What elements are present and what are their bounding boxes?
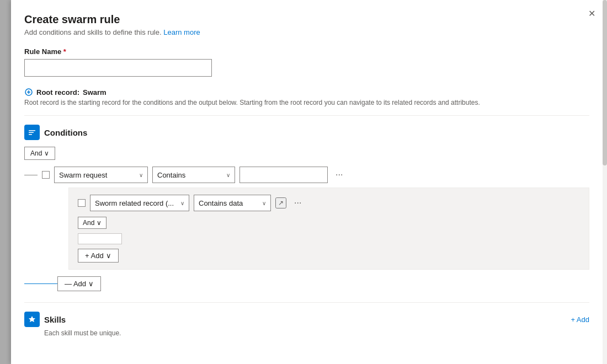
conditions-icon [24,125,40,140]
skills-subtitle: Each skill must be unique. [44,329,589,337]
subtitle-text: Add conditions and skills to define this… [24,28,162,36]
scrollbar-thumb[interactable] [603,0,607,165]
divider-1 [24,115,589,116]
skills-section: Skills + Add Each skill must be unique. [24,302,589,337]
svg-rect-3 [29,134,32,135]
modal-overlay: ✕ Create swarm rule Add conditions and s… [0,0,607,364]
condition-value-input-1[interactable] [239,167,328,183]
sub-condition-expand-icon[interactable]: ↗ [275,197,286,208]
sub-and-button[interactable]: And ∨ [78,217,107,229]
root-record-name: Swarm [83,88,107,97]
skills-header-left: Skills [24,312,66,327]
condition-field-dropdown-1[interactable]: Swarm request ∨ [54,167,148,183]
root-record-description: Root record is the starting record for t… [24,99,589,106]
rule-name-input[interactable] [24,59,212,77]
conditions-section-header: Conditions [24,125,589,140]
root-record-prefix: Root record: [36,88,79,97]
sub-condition-block: Sworm related record (... ∨ Contains dat… [68,188,589,270]
sub-condition-field-dropdown[interactable]: Sworm related record (... ∨ [90,195,189,211]
conditions-section-title: Conditions [44,128,87,137]
root-record-section: Root record: Swarm Root record is the st… [24,88,589,106]
modal-title: Create swarm rule [24,13,589,26]
close-button[interactable]: ✕ [585,7,598,20]
svg-rect-1 [29,130,35,131]
learn-more-link[interactable]: Learn more [163,28,200,36]
sub-condition-row-1: Sworm related record (... ∨ Contains dat… [78,195,580,211]
sub-condition-ellipsis[interactable]: ··· [291,197,305,209]
root-record-label: Root record: Swarm [24,88,589,97]
add-skill-button[interactable]: + Add [571,315,589,324]
add-condition-button[interactable]: — Add ∨ [57,276,101,291]
sub-condition-checkbox[interactable] [78,199,86,207]
skills-section-title: Skills [44,315,66,324]
add-condition-line [24,283,57,284]
condition-row-1: Swarm request ∨ Contains ∨ ··· [24,167,589,183]
condition-checkbox-1[interactable] [42,171,50,179]
sub-condition-operator-dropdown[interactable]: Contains data ∨ [194,195,271,211]
and-button[interactable]: And ∨ [24,147,55,160]
scrollbar-track [603,0,607,364]
modal-panel: ✕ Create swarm rule Add conditions and s… [11,0,607,364]
add-sub-condition-button[interactable]: + Add ∨ [78,249,119,263]
root-record-icon [24,88,33,97]
condition-operator-dropdown-1[interactable]: Contains ∨ [152,167,235,183]
dash-line-1 [24,175,38,175]
modal-subtitle: Add conditions and skills to define this… [24,28,589,36]
rule-name-label: Rule Name * [24,47,589,56]
skills-header: Skills + Add [24,312,589,327]
skills-icon [24,312,40,327]
condition-ellipsis-1[interactable]: ··· [332,169,346,181]
add-condition-row: — Add ∨ [24,276,589,291]
conditions-area: And ∨ Swarm request ∨ Contains ∨ ··· [24,147,589,291]
sub-condition-empty-row [78,233,122,244]
svg-rect-2 [29,132,34,133]
